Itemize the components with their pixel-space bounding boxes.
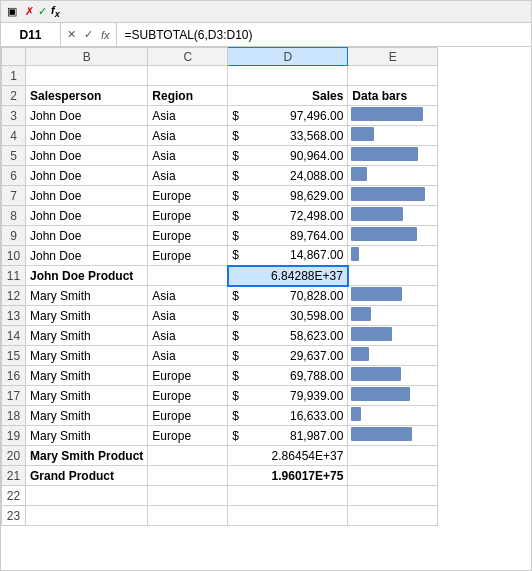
row-num-2: 2	[2, 86, 26, 106]
row-num-20: 20	[2, 446, 26, 466]
col-header-b[interactable]: B	[26, 48, 148, 66]
grand-total-row: 21Grand Product1.96017E+75	[2, 466, 438, 486]
databar-cell	[348, 206, 438, 226]
databar-cell	[348, 166, 438, 186]
cell-reference[interactable]: D11	[1, 23, 61, 46]
table-row: 15Mary SmithAsia$29,637.00	[2, 346, 438, 366]
header-databars[interactable]: Data bars	[348, 86, 438, 106]
table-row: 13Mary SmithAsia$30,598.00	[2, 306, 438, 326]
databar-cell	[348, 246, 438, 266]
john-doe-subtotal-row: 11John Doe Product6.84288E+37	[2, 266, 438, 286]
table-row: 4John DoeAsia$33,568.00	[2, 126, 438, 146]
row-num-17: 17	[2, 386, 26, 406]
table-row: 12Mary SmithAsia$70,828.00	[2, 286, 438, 306]
cell-e1[interactable]	[348, 66, 438, 86]
row-num-1: 1	[2, 66, 26, 86]
databar-cell	[348, 426, 438, 446]
grand-total-value[interactable]: 1.96017E+75	[228, 466, 348, 486]
table-row: 5John DoeAsia$90,964.00	[2, 146, 438, 166]
john-doe-subtotal-label[interactable]: John Doe Product	[26, 266, 148, 286]
table-row: 10John DoeEurope$14,867.00	[2, 246, 438, 266]
table-row: 19Mary SmithEurope$81,987.00	[2, 426, 438, 446]
mary-smith-subtotal-row: 20Mary Smith Product2.86454E+37	[2, 446, 438, 466]
databar-cell	[348, 326, 438, 346]
row-num-12: 12	[2, 286, 26, 306]
confirm-icon[interactable]: ✓	[38, 5, 47, 18]
col-header-a[interactable]	[2, 48, 26, 66]
table-row: 14Mary SmithAsia$58,623.00	[2, 326, 438, 346]
row-num-7: 7	[2, 186, 26, 206]
databar-cell	[348, 306, 438, 326]
row-num-9: 9	[2, 226, 26, 246]
john-doe-subtotal-value[interactable]: 6.84288E+37	[228, 266, 348, 286]
table-row: 6John DoeAsia$24,088.00	[2, 166, 438, 186]
formula-content[interactable]: =SUBTOTAL(6,D3:D10)	[117, 28, 261, 42]
row-num-18: 18	[2, 406, 26, 426]
databar-cell	[348, 186, 438, 206]
cell-d1[interactable]	[228, 66, 348, 86]
table-row: 3John DoeAsia$97,496.00	[2, 106, 438, 126]
databar-cell	[348, 386, 438, 406]
mary-smith-subtotal-label[interactable]: Mary Smith Product	[26, 446, 148, 466]
table-row: 16Mary SmithEurope$69,788.00	[2, 366, 438, 386]
row-num-23: 23	[2, 506, 26, 526]
col-header-c[interactable]: C	[148, 48, 228, 66]
table-row: 8John DoeEurope$72,498.00	[2, 206, 438, 226]
col-header-e[interactable]: E	[348, 48, 438, 66]
row-num-6: 6	[2, 166, 26, 186]
row-num-11: 11	[2, 266, 26, 286]
row-num-14: 14	[2, 326, 26, 346]
databar-cell	[348, 366, 438, 386]
row-num-21: 21	[2, 466, 26, 486]
databar-cell	[348, 286, 438, 306]
row-num-3: 3	[2, 106, 26, 126]
row-num-13: 13	[2, 306, 26, 326]
grand-total-label[interactable]: Grand Product	[26, 466, 148, 486]
header-region[interactable]: Region	[148, 86, 228, 106]
mary-smith-subtotal-value[interactable]: 2.86454E+37	[228, 446, 348, 466]
formula-bar: D11 ✕ ✓ fx =SUBTOTAL(6,D3:D10)	[1, 23, 531, 47]
databar-cell	[348, 346, 438, 366]
table-row: 7John DoeEurope$98,629.00	[2, 186, 438, 206]
row-1: 1	[2, 66, 438, 86]
title-bar: ▣ ✗ ✓ fx	[1, 1, 531, 23]
formula-icons: ✕ ✓ fx	[61, 23, 117, 46]
cell-indicator: ▣	[7, 5, 17, 18]
header-salesperson[interactable]: Salesperson	[26, 86, 148, 106]
table-row: 9John DoeEurope$89,764.00	[2, 226, 438, 246]
databar-cell	[348, 406, 438, 426]
row-num-5: 5	[2, 146, 26, 166]
databar-cell	[348, 106, 438, 126]
row-num-22: 22	[2, 486, 26, 506]
cancel-icon[interactable]: ✕	[65, 28, 78, 41]
row-num-19: 19	[2, 426, 26, 446]
enter-icon[interactable]: ✓	[82, 28, 95, 41]
row-num-15: 15	[2, 346, 26, 366]
databar-cell	[348, 226, 438, 246]
header-sales[interactable]: Sales	[228, 86, 348, 106]
column-header-row: B C D E	[2, 48, 438, 66]
cell-b1[interactable]	[26, 66, 148, 86]
row-num-8: 8	[2, 206, 26, 226]
function-icon[interactable]: fx	[51, 4, 60, 19]
cell-c1[interactable]	[148, 66, 228, 86]
row-22: 22	[2, 486, 438, 506]
databar-cell	[348, 146, 438, 166]
table-row: 18Mary SmithEurope$16,633.00	[2, 406, 438, 426]
table-row: 17Mary SmithEurope$79,939.00	[2, 386, 438, 406]
databar-cell	[348, 126, 438, 146]
spreadsheet-grid: B C D E 1 2 Salesperson	[1, 47, 531, 570]
fx-icon[interactable]: fx	[99, 29, 112, 41]
row-num-10: 10	[2, 246, 26, 266]
checkmark-icon[interactable]: ✗	[25, 5, 34, 18]
col-header-d[interactable]: D	[228, 48, 348, 66]
row-num-16: 16	[2, 366, 26, 386]
row-23: 23	[2, 506, 438, 526]
row-num-4: 4	[2, 126, 26, 146]
row-2-headers: 2 Salesperson Region Sales Data bars	[2, 86, 438, 106]
